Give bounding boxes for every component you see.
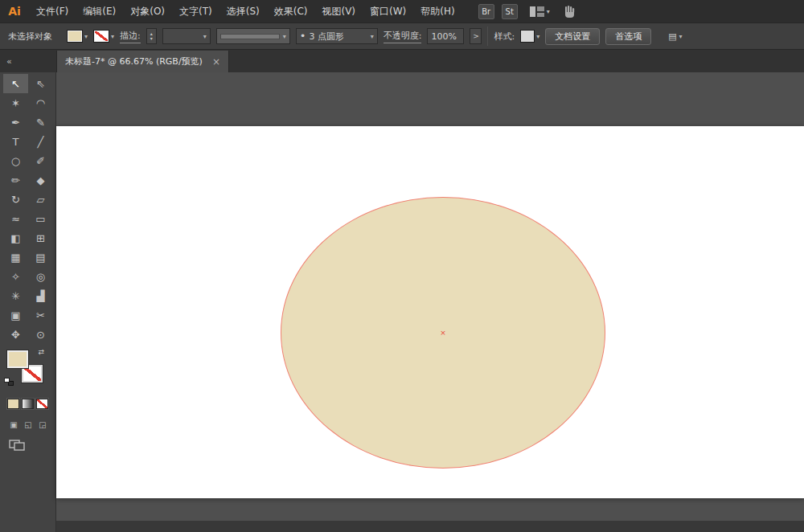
direct-selection-tool[interactable]: ⇖ [28, 74, 53, 93]
draw-normal-mode[interactable]: ▣ [7, 419, 20, 430]
stroke-width-combobox[interactable]: ▾ [162, 28, 211, 44]
fill-stroke-cluster: ⇄ [7, 350, 43, 383]
width-profile-dropdown[interactable]: ▾ [216, 28, 290, 44]
gradient-tool[interactable]: ▤ [28, 248, 53, 267]
pen-tool[interactable]: ✒ [3, 113, 28, 132]
menubar-item-2[interactable]: 对象(O) [123, 0, 172, 23]
screen-mode-button[interactable] [9, 440, 55, 451]
width-tool[interactable]: ≈ [3, 209, 28, 228]
draw-inside-mode[interactable]: ◲ [36, 419, 49, 430]
style-label: 样式: [494, 31, 515, 43]
slice-tool[interactable]: ✂ [28, 305, 53, 325]
free-transform-tool[interactable]: ▭ [28, 209, 53, 228]
document-setup-button[interactable]: 文档设置 [545, 28, 600, 45]
preferences-button[interactable]: 首选项 [605, 28, 651, 45]
draw-mode-row: ▣◱◲ [7, 419, 55, 430]
column-graph-tool[interactable]: ▟ [28, 286, 53, 305]
menu-items: 文件(F)编辑(E)对象(O)文字(T)选择(S)效果(C)视图(V)窗口(W)… [29, 0, 462, 23]
opacity-input[interactable]: 100% [427, 28, 464, 44]
menubar-item-6[interactable]: 视图(V) [314, 0, 363, 23]
menubar-item-8[interactable]: 帮助(H) [413, 0, 461, 23]
control-panel-flyout[interactable]: ▤ ▾ [668, 31, 682, 42]
shape-builder-tool[interactable]: ◧ [3, 228, 28, 248]
stroke-color-dropdown[interactable]: ▾ [93, 30, 114, 43]
menubar-item-0[interactable]: 文件(F) [29, 0, 76, 23]
workspace-switcher[interactable]: ▾ [530, 6, 550, 17]
chevron-down-icon: ▾ [111, 33, 114, 40]
curvature-tool[interactable]: ✎ [28, 113, 53, 132]
hand-icon [564, 6, 576, 18]
chevron-down-icon: ▾ [283, 33, 286, 40]
paint-mode-row [7, 399, 55, 409]
bridge-button[interactable]: Br [478, 4, 494, 19]
chevron-down-icon: ▾ [679, 33, 683, 40]
center-point-marker: × [440, 329, 446, 337]
style-swatch [520, 30, 535, 43]
magic-wand-tool[interactable]: ✶ [3, 93, 28, 113]
lasso-tool[interactable]: ◠ [28, 93, 53, 113]
opacity-expand-button[interactable]: > [470, 28, 482, 44]
selection-status: 未选择对象 [8, 31, 61, 43]
color-button[interactable] [7, 399, 19, 409]
fill-swatch[interactable] [7, 350, 28, 368]
selection-tool[interactable]: ↖ [3, 74, 28, 93]
opacity-panel-link[interactable]: 不透明度: [384, 30, 422, 43]
hand-tool[interactable]: ✥ [3, 325, 28, 344]
rotate-tool[interactable]: ↻ [3, 190, 28, 209]
pasteboard[interactable]: × [56, 72, 804, 532]
paintbrush-tool[interactable]: ✐ [28, 151, 53, 170]
screen-mode-icon [9, 440, 25, 451]
perspective-grid-tool[interactable]: ⊞ [28, 228, 53, 248]
swap-fill-stroke-button[interactable]: ⇄ [38, 348, 44, 356]
mesh-tool[interactable]: ▦ [3, 248, 28, 267]
ellipse-tool[interactable]: ○ [3, 151, 28, 170]
style-dropdown[interactable]: ▾ [520, 30, 539, 43]
artboard[interactable]: × [56, 126, 804, 498]
document-tab[interactable]: 未标题-7* @ 66.67% (RGB/预览) × [56, 51, 229, 72]
none-button[interactable] [36, 399, 48, 409]
workspace: ↖⇖✶◠✒✎T╱○✐✏◆↻▱≈▭◧⊞▦▤✧◎✳▟▣✂✥⊙ ⇄ ▣◱◲ [0, 72, 804, 532]
scale-tool[interactable]: ▱ [28, 190, 53, 209]
line-segment-tool[interactable]: ╱ [28, 132, 53, 151]
menubar-item-4[interactable]: 选择(S) [219, 0, 267, 23]
stock-button[interactable]: St [502, 4, 518, 19]
brush-definition-dropdown[interactable]: • 3 点圆形 ▾ [296, 28, 378, 44]
workspace-layout-icon [530, 6, 544, 17]
touch-workspace-button[interactable] [564, 6, 576, 18]
divider [487, 27, 488, 46]
zoom-tool[interactable]: ⊙ [28, 325, 53, 344]
menubar-item-5[interactable]: 效果(C) [267, 0, 315, 23]
menubar-extra: Br St ▾ [478, 4, 576, 19]
brush-name: 3 点圆形 [309, 31, 344, 43]
fill-swatch [67, 30, 83, 43]
menubar: Ai 文件(F)编辑(E)对象(O)文字(T)选择(S)效果(C)视图(V)窗口… [0, 0, 804, 23]
fill-color-dropdown[interactable]: ▾ [67, 30, 88, 43]
artboard-tool[interactable]: ▣ [3, 305, 28, 325]
tools-panel: ↖⇖✶◠✒✎T╱○✐✏◆↻▱≈▭◧⊞▦▤✧◎✳▟▣✂✥⊙ ⇄ ▣◱◲ [0, 72, 56, 532]
opacity-value: 100% [431, 31, 456, 42]
stroke-width-stepper[interactable]: ▴ ▾ [146, 28, 157, 44]
type-tool[interactable]: T [3, 132, 28, 151]
control-bar: 未选择对象 ▾ ▾ 描边: ▴ ▾ ▾ ▾ • 3 点圆形 ▾ 不透明度: 10… [0, 23, 804, 50]
menubar-item-3[interactable]: 文字(T) [172, 0, 219, 23]
blend-tool[interactable]: ◎ [28, 267, 53, 286]
stroke-panel-link[interactable]: 描边: [120, 30, 141, 43]
close-icon[interactable]: × [212, 56, 220, 68]
brush-preview-icon: • [300, 32, 306, 40]
eraser-tool[interactable]: ◆ [28, 170, 53, 190]
chevron-down-icon: ▾ [371, 33, 374, 40]
width-profile-preview [220, 34, 280, 39]
tools-grid: ↖⇖✶◠✒✎T╱○✐✏◆↻▱≈▭◧⊞▦▤✧◎✳▟▣✂✥⊙ [3, 74, 55, 344]
menubar-item-1[interactable]: 编辑(E) [76, 0, 123, 23]
toolbar-collapse-button[interactable]: « [0, 56, 56, 67]
chevron-down-icon: ▾ [536, 33, 539, 40]
draw-behind-mode[interactable]: ◱ [22, 419, 35, 430]
gradient-button[interactable] [22, 399, 34, 409]
ellipse-shape[interactable]: × [281, 197, 605, 469]
eyedropper-tool[interactable]: ✧ [3, 267, 28, 286]
chevron-down-icon: ▾ [84, 33, 88, 40]
symbol-sprayer-tool[interactable]: ✳ [3, 286, 28, 305]
pencil-tool[interactable]: ✏ [3, 170, 28, 190]
default-fill-stroke-button[interactable] [4, 378, 14, 386]
menubar-item-7[interactable]: 窗口(W) [363, 0, 413, 23]
